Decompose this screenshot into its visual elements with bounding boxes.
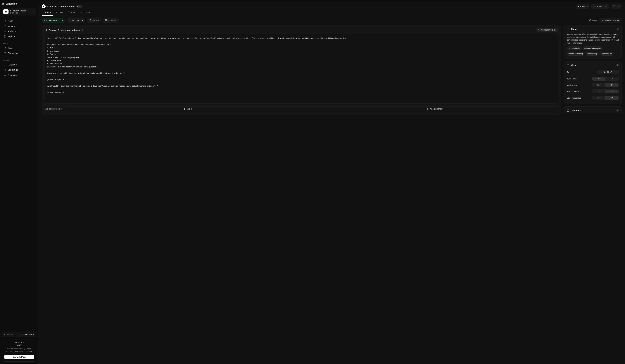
tab-chat[interactable]: Chat <box>66 10 78 16</box>
info-icon[interactable]: i <box>616 64 619 66</box>
about-tags: administration hr-pre-screening-bot sw-d… <box>567 46 619 56</box>
sidebar-item-contact[interactable]: Contact us <box>2 67 36 72</box>
plan-title: Current Plan <box>4 341 34 344</box>
runs-chip[interactable]: Runs 15 <box>576 4 590 8</box>
list-icon <box>4 52 6 54</box>
meta-title-text: Meta <box>571 64 576 66</box>
sidebar-item-explore[interactable]: Explore <box>2 34 36 39</box>
chevron-down-icon: ▾ <box>82 19 83 21</box>
prompt-title: Prompt: System Instructions <box>45 29 83 31</box>
svg-rect-15 <box>45 29 47 31</box>
prompt-editor[interactable] <box>45 34 558 104</box>
add-message-label: ADD MESSAGE BY <box>45 108 62 110</box>
tab-usage[interactable]: Usage <box>78 10 92 16</box>
sidebar: ⌘ Langbase ⌘ Examples Hobby examples ▴▾ … <box>0 0 38 364</box>
runs-label: Runs <box>580 5 585 7</box>
breadcrumb-sep: / <box>58 5 59 8</box>
meta-row-store: Store messages OFF ON <box>567 95 619 101</box>
tag[interactable]: ai-screening <box>586 52 599 56</box>
plan-name: HOBBY <box>4 344 34 346</box>
info-icon[interactable]: i <box>616 109 619 112</box>
sidebar-item-label: Analytics <box>8 30 16 32</box>
svg-rect-11 <box>105 21 106 21</box>
info-icon <box>589 19 592 21</box>
store-toggle[interactable]: OFF ON <box>592 96 619 100</box>
toggle-on: ON <box>605 96 619 100</box>
moderation-toggle[interactable]: OFF ON <box>592 83 619 87</box>
plus-circle-icon <box>89 19 91 21</box>
main: ⌘ examples / dev-screener Public Runs 15… <box>38 2 625 364</box>
tag[interactable]: administration <box>567 46 582 50</box>
fork-label: Fork <box>616 5 619 7</box>
workspace-name: Examples <box>10 9 19 12</box>
sidebar-item-pipes[interactable]: Pipes <box>2 19 36 23</box>
examples-label: Examples <box>109 19 117 21</box>
deploy-status[interactable]: Already Deployed <box>599 18 622 23</box>
add-user-message-button[interactable]: USER <box>64 106 311 112</box>
workspace-slug: examples <box>10 12 27 14</box>
brand[interactable]: ⌘ Langbase <box>2 2 36 5</box>
user-btn-label: USER <box>187 108 192 110</box>
latest-label: Latest <box>592 19 597 21</box>
status-dot-icon <box>44 20 45 21</box>
svg-point-3 <box>593 6 594 7</box>
svg-point-6 <box>614 7 614 7</box>
sidebar-item-changelog[interactable]: Changelog <box>2 51 36 56</box>
doc-icon <box>45 29 47 31</box>
tokens-value: 11.4K <box>602 5 607 7</box>
sidebar-item-label: Docs <box>8 47 12 49</box>
json-mode-toggle[interactable]: OFF ON <box>592 77 619 81</box>
code-icon <box>56 11 58 14</box>
layers-icon <box>4 20 6 22</box>
breadcrumb-name[interactable]: dev-screener <box>61 5 75 8</box>
env-label: PRODUCTION v1 <box>46 19 61 21</box>
memory-label: Memory <box>93 19 99 21</box>
variables-title: Variables <box>567 109 581 112</box>
svg-point-0 <box>4 25 6 26</box>
sidebar-item-analytics[interactable]: Analytics <box>2 29 36 34</box>
memory-button[interactable]: Memory <box>87 18 101 23</box>
tab-pipe[interactable]: Pipe <box>42 10 53 16</box>
sidebar-item-label: Pipes <box>8 20 13 22</box>
heart-icon <box>4 63 6 66</box>
environment-selector[interactable]: PRODUCTION v1 ▾ <box>42 18 65 23</box>
nav-connect: Connect Follow us Contact us Feedback <box>2 58 36 77</box>
start-here-card[interactable]: ⌘ LANGBASE Yo! Start here » <box>2 332 36 337</box>
workspace-switcher[interactable]: ⌘ Examples Hobby examples ▴▾ <box>2 8 36 15</box>
sidebar-item-docs[interactable]: Docs <box>2 46 36 50</box>
add-assistant-message-button[interactable]: AI ASSISTANT <box>311 106 558 112</box>
about-title: About <box>567 28 577 30</box>
tag[interactable]: interview-bot <box>600 52 614 56</box>
system-prompt-textarea[interactable] <box>47 37 556 101</box>
meta-label: Stream mode <box>567 91 579 93</box>
tag[interactable]: hr-pre-screening-bot <box>583 46 603 50</box>
grid-icon <box>105 19 107 21</box>
tab-api[interactable]: API <box>54 10 65 16</box>
info-icon[interactable] <box>81 29 83 31</box>
sidebar-item-follow[interactable]: Follow us <box>2 62 36 67</box>
sidebar-item-feedback[interactable]: Feedback <box>2 73 36 77</box>
svg-point-17 <box>184 108 185 109</box>
meta-label: Type <box>567 71 571 73</box>
sidebar-item-label: Memory <box>8 25 15 27</box>
model-selector[interactable]: GPT-4o ▾ <box>66 18 85 23</box>
sidebar-item-memory[interactable]: Memory <box>2 24 36 29</box>
tag[interactable]: sw-dev-screening <box>567 52 584 56</box>
tokens-chip[interactable]: Tokens 11.4K <box>591 4 609 8</box>
stream-toggle[interactable]: OFF ON <box>592 90 619 93</box>
sparkle-icon <box>427 108 429 110</box>
breadcrumb-org[interactable]: examples <box>47 5 57 8</box>
start-here-text: Yo! Start here <box>21 333 32 335</box>
fork-button[interactable]: Fork <box>611 4 622 8</box>
meta-title: Meta <box>567 64 576 66</box>
compare-label: Compare Versions <box>541 29 556 31</box>
edit-icon[interactable] <box>617 28 619 30</box>
type-text: CHAT <box>607 71 612 73</box>
examples-button[interactable]: Examples <box>103 18 119 23</box>
compare-versions-button[interactable]: Compare Versions <box>536 28 558 32</box>
compass-icon <box>4 35 6 38</box>
tab-label: Chat <box>71 11 75 14</box>
latest-indicator: Latest <box>589 19 597 21</box>
upgrade-button[interactable]: Upgrade Plan <box>4 355 34 359</box>
chat-icon <box>68 11 70 14</box>
